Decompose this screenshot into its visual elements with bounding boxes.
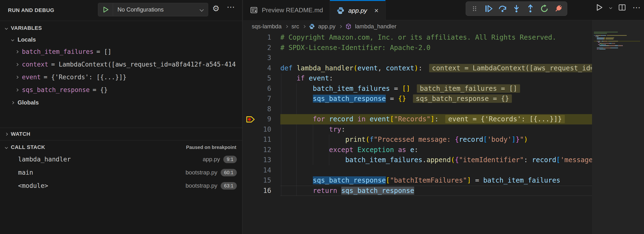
code-text[interactable] (280, 165, 592, 176)
variables-header-label: VARIABLES (11, 25, 42, 31)
chevron-down-icon (11, 38, 14, 41)
minimap-line (594, 41, 640, 42)
code-text[interactable]: print(f"Processed message: {record['body… (280, 134, 592, 145)
frame-name: main (18, 169, 33, 176)
variable-value: = {} (93, 86, 108, 94)
code-text[interactable]: sqs_batch_response = {}sqs_batch_respons… (280, 94, 592, 104)
editor-group: Preview README.md app.py × (243, 0, 644, 234)
code-text[interactable]: def lambda_handler(event, context):conte… (280, 63, 592, 74)
variables-section-header[interactable]: VARIABLES (0, 23, 242, 33)
line-number[interactable]: 4 (243, 63, 280, 74)
restart-button[interactable] (538, 3, 550, 14)
stack-frame-row[interactable]: <module>bootstrap.py63:1 (0, 180, 242, 192)
markdown-preview-icon (250, 6, 258, 14)
code-area: 1# Copyright Amazon.com, Inc. or its aff… (243, 32, 592, 234)
line-number[interactable]: 14 (243, 165, 280, 176)
variable-row[interactable]: event= {'Records': [{...}]} (0, 72, 242, 83)
debug-inline-value: sqs_batch_response = {} (413, 94, 512, 103)
code-line-5: 5 if event: (243, 73, 592, 84)
code-text[interactable]: batch_item_failures.append({"itemIdentif… (280, 155, 592, 165)
code-text[interactable]: batch_item_failures = []batch_item_failu… (280, 84, 592, 94)
step-out-button[interactable] (524, 3, 537, 14)
watch-section-header[interactable]: WATCH (0, 129, 242, 139)
line-number[interactable]: 2 (243, 43, 280, 53)
frame-position-badge: 60:1 (221, 169, 237, 176)
variable-name: batch_item_failures (22, 48, 94, 55)
line-number[interactable]: 6 (243, 84, 280, 94)
line-number[interactable]: 12 (243, 145, 280, 155)
minimap-line (594, 35, 627, 36)
frame-location: bootstrap.py60:1 (186, 169, 237, 176)
paused-status-badge: Paused on breakpoint (186, 145, 236, 150)
code-text[interactable]: return sqs_batch_response (280, 186, 592, 196)
minimap[interactable] (592, 20, 644, 234)
variable-name: context (22, 61, 48, 68)
disconnect-button[interactable] (552, 3, 564, 14)
breakpoint-current-line-icon[interactable] (246, 115, 256, 124)
python-icon (309, 23, 315, 29)
more-actions-icon[interactable]: ⋯ (632, 3, 641, 11)
variable-name: sqs_batch_response (22, 86, 90, 94)
debug-config-dropdown[interactable]: No Configurations (98, 3, 208, 16)
step-over-button[interactable] (496, 3, 509, 14)
drag-handle-icon[interactable] (468, 3, 481, 14)
settings-gear-icon[interactable]: ⚙ (212, 4, 220, 12)
divider (0, 127, 242, 128)
line-number[interactable]: 3 (243, 53, 280, 63)
code-line-2: 2# SPDX-License-Identifier: Apache-2.0 (243, 43, 592, 53)
debug-inline-value: batch_item_failures = [] (417, 84, 520, 93)
line-number[interactable]: 11 (243, 134, 280, 145)
run-and-debug-sidebar: RUN AND DEBUG No Configurations ⚙ ⋯ VARI… (0, 0, 242, 234)
line-number[interactable]: 8 (243, 104, 280, 114)
variables-scope-globals[interactable]: Globals (0, 97, 242, 108)
code-line-9: 9 for record in event["Records"]:event =… (243, 114, 592, 124)
line-number[interactable]: 1 (243, 32, 280, 43)
code-text[interactable] (280, 104, 592, 114)
stack-frame-row[interactable]: lambda_handlerapp.py9:1 (0, 153, 242, 165)
variable-row[interactable]: sqs_batch_response= {} (0, 84, 242, 95)
call-stack-section-header[interactable]: CALL STACK Paused on breakpoint (0, 142, 242, 153)
more-actions-icon[interactable]: ⋯ (227, 3, 235, 11)
code-text[interactable]: except Exception as e: (280, 145, 592, 155)
line-number[interactable]: 5 (243, 73, 280, 84)
continue-button[interactable] (482, 3, 495, 14)
line-number[interactable]: 15 (243, 175, 280, 186)
step-into-button[interactable] (510, 3, 523, 14)
tab-label: Preview README.md (262, 6, 323, 14)
line-number[interactable]: 7 (243, 94, 280, 104)
code-text[interactable]: # Copyright Amazon.com, Inc. or its affi… (280, 32, 592, 43)
breadcrumb-folder[interactable]: sqs-lambda (252, 23, 282, 30)
code-text[interactable]: # SPDX-License-Identifier: Apache-2.0 (280, 43, 592, 53)
code-text[interactable]: for record in event["Records"]:event = {… (280, 114, 592, 124)
close-icon[interactable]: × (374, 6, 378, 15)
breadcrumb-symbol[interactable]: lambda_handler (355, 23, 396, 30)
stack-frame-row[interactable]: mainbootstrap.py60:1 (0, 166, 242, 179)
tab-app-py[interactable]: app.py × (330, 0, 386, 20)
minimap-line (594, 45, 623, 46)
variable-row[interactable]: batch_item_failures= [] (0, 46, 242, 57)
code-text[interactable] (280, 53, 592, 63)
line-number[interactable]: 13 (243, 155, 280, 165)
minimap-line (594, 44, 606, 45)
minimap-line (594, 38, 614, 39)
split-editor-button[interactable] (618, 3, 626, 11)
start-debugging-icon[interactable] (98, 3, 113, 16)
chevron-down-icon (5, 146, 8, 149)
breadcrumb-folder[interactable]: src (292, 23, 299, 30)
debug-toolbar (466, 1, 567, 16)
line-number[interactable]: 10 (243, 124, 280, 135)
code-line-13: 13 batch_item_failures.append({"itemIden… (243, 155, 592, 165)
frame-file: bootstrap.py (186, 182, 217, 189)
variables-scope-locals[interactable]: Locals (0, 34, 242, 45)
line-number[interactable]: 16 (243, 186, 280, 196)
run-python-file-button[interactable] (595, 3, 603, 11)
breadcrumb-file[interactable]: app.py (318, 23, 336, 30)
minimap-line (594, 32, 618, 32)
code-text[interactable]: if event: (280, 73, 592, 84)
run-dropdown-chevron-icon[interactable] (610, 6, 612, 9)
config-dropdown-label: No Configurations (113, 6, 200, 13)
tab-preview-readme[interactable]: Preview README.md (243, 0, 330, 20)
code-text[interactable]: sqs_batch_response["batchItemFailures"] … (280, 175, 592, 186)
variable-row[interactable]: context= LambdaContext([aws_request_id=a… (0, 59, 242, 70)
code-text[interactable]: try: (280, 124, 592, 135)
